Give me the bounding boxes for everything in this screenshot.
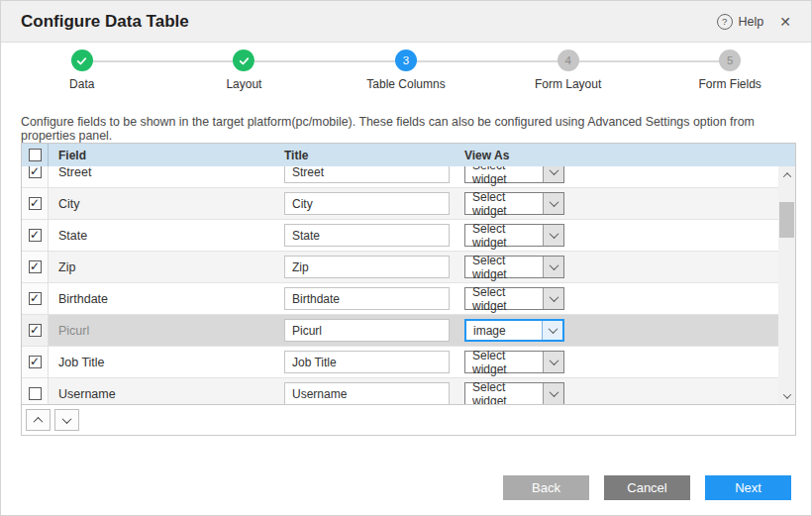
- field-name: Job Title: [49, 356, 274, 369]
- row-checkbox[interactable]: [29, 166, 42, 178]
- row-checkbox[interactable]: [29, 260, 42, 273]
- step-label: Data: [69, 77, 94, 91]
- row-checkbox-cell: [22, 188, 49, 219]
- title-input[interactable]: [284, 287, 450, 310]
- step-label: Form Fields: [699, 77, 761, 91]
- wizard-stepper: 1 Data 2 Layout 3 Table Columns 4 Form L…: [1, 43, 811, 104]
- view-as-select[interactable]: Select widget: [464, 256, 564, 278]
- close-icon[interactable]: ✕: [779, 15, 791, 29]
- row-checkbox-cell: [22, 347, 49, 377]
- field-name: Username: [49, 387, 274, 401]
- view-as-cell: image: [455, 319, 778, 342]
- row-checkbox-cell: [22, 220, 49, 251]
- title-input[interactable]: [284, 224, 450, 247]
- title-cell: [274, 166, 455, 183]
- row-checkbox[interactable]: [29, 197, 42, 210]
- configure-data-table-dialog: Configure Data Table ? Help ✕ 1 Data 2 L…: [0, 0, 812, 516]
- title-input[interactable]: [284, 351, 450, 373]
- next-button[interactable]: Next: [705, 475, 791, 500]
- title-input[interactable]: [284, 192, 450, 215]
- scrollbar-up-icon[interactable]: [778, 166, 795, 183]
- stepper-step[interactable]: 5 Form Fields: [649, 43, 811, 104]
- table-row[interactable]: Zip Select widget: [22, 252, 778, 283]
- title-cell: [274, 192, 455, 215]
- view-as-value: Select widget: [465, 225, 543, 246]
- title-cell: [274, 382, 455, 404]
- view-as-cell: Select widget: [455, 224, 778, 247]
- view-as-value: Select widget: [465, 383, 543, 404]
- title-input[interactable]: [284, 319, 450, 342]
- table-row[interactable]: Username Select widget: [22, 378, 778, 404]
- view-as-value: Select widget: [465, 352, 543, 372]
- table-row[interactable]: Picurl image: [22, 315, 778, 347]
- help-button[interactable]: ? Help: [717, 14, 764, 30]
- row-checkbox[interactable]: [29, 229, 42, 242]
- row-checkbox-cell: [22, 378, 49, 404]
- step-circle-icon: 1: [71, 50, 93, 71]
- stepper-step[interactable]: 2 Layout: [163, 43, 326, 104]
- title-cell: [274, 351, 455, 373]
- select-all-checkbox[interactable]: [29, 149, 42, 161]
- chevron-down-icon[interactable]: [543, 383, 563, 404]
- chevron-down-icon[interactable]: [542, 321, 562, 340]
- view-as-select[interactable]: Select widget: [464, 224, 564, 247]
- view-as-value: Select widget: [465, 166, 543, 182]
- chevron-down-icon[interactable]: [543, 166, 563, 182]
- view-as-cell: Select widget: [455, 287, 778, 310]
- step-number: 5: [727, 54, 733, 66]
- table-row[interactable]: Job Title Select widget: [22, 347, 778, 378]
- row-checkbox[interactable]: [29, 324, 42, 337]
- title-cell: [274, 319, 455, 342]
- step-label: Table Columns: [366, 77, 445, 91]
- view-as-select[interactable]: Select widget: [464, 382, 564, 404]
- field-name: Birthdate: [49, 292, 274, 306]
- table-row[interactable]: State Select widget: [22, 220, 778, 252]
- back-button[interactable]: Back: [503, 475, 589, 500]
- table-row[interactable]: Birthdate Select widget: [22, 283, 778, 315]
- view-as-cell: Select widget: [455, 351, 778, 373]
- cancel-button[interactable]: Cancel: [604, 475, 690, 500]
- title-input[interactable]: [284, 382, 450, 404]
- stepper-step[interactable]: 3 Table Columns: [325, 43, 487, 104]
- select-all-cell: [22, 144, 49, 166]
- view-as-select[interactable]: Select widget: [464, 166, 564, 183]
- stepper-step[interactable]: 1 Data: [1, 43, 163, 104]
- column-header-field: Field: [49, 149, 274, 162]
- chevron-down-icon[interactable]: [543, 193, 563, 214]
- row-checkbox[interactable]: [29, 292, 42, 305]
- move-up-button[interactable]: [26, 409, 51, 431]
- step-number: 3: [403, 54, 409, 66]
- table-rows-container: Street Select widget City Select widget: [22, 166, 778, 404]
- view-as-select[interactable]: Select widget: [464, 287, 564, 310]
- stepper-step[interactable]: 4 Form Layout: [487, 43, 650, 104]
- view-as-select[interactable]: image: [464, 319, 564, 342]
- title-input[interactable]: [284, 256, 450, 278]
- chevron-down-icon[interactable]: [543, 288, 563, 309]
- move-down-button[interactable]: [54, 409, 79, 431]
- dialog-titlebar: Configure Data Table ? Help ✕: [1, 1, 811, 43]
- scrollbar-down-icon[interactable]: [778, 387, 795, 404]
- row-checkbox[interactable]: [29, 356, 42, 368]
- view-as-value: Select widget: [465, 288, 543, 309]
- chevron-down-icon[interactable]: [543, 225, 563, 246]
- help-icon: ?: [717, 14, 733, 30]
- view-as-select[interactable]: Select widget: [464, 192, 564, 215]
- chevron-down-icon[interactable]: [543, 257, 563, 277]
- row-checkbox-cell: [22, 166, 49, 187]
- title-input[interactable]: [284, 166, 450, 183]
- check-icon: [75, 54, 88, 67]
- field-name: Street: [49, 166, 274, 179]
- row-checkbox-cell: [22, 252, 49, 282]
- step-label: Form Layout: [535, 77, 601, 91]
- vertical-scrollbar[interactable]: [778, 166, 795, 404]
- chevron-down-icon[interactable]: [543, 352, 563, 372]
- step-circle-icon: 5: [719, 50, 741, 71]
- scrollbar-thumb[interactable]: [779, 202, 794, 238]
- row-checkbox[interactable]: [29, 387, 42, 400]
- view-as-select[interactable]: Select widget: [464, 351, 564, 373]
- titlebar-actions: ? Help ✕: [717, 14, 791, 30]
- table-row[interactable]: Street Select widget: [22, 166, 778, 188]
- dialog-footer: Back Cancel Next: [503, 475, 791, 500]
- table-row[interactable]: City Select widget: [22, 188, 778, 220]
- table-footer: [22, 404, 795, 435]
